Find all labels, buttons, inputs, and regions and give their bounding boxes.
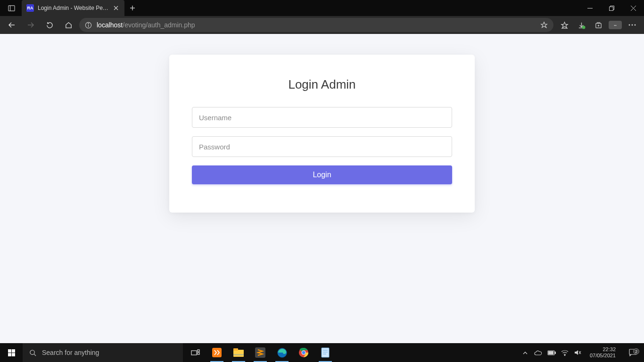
svg-rect-7 bbox=[609, 7, 613, 10]
window-controls bbox=[579, 0, 644, 16]
login-title: Login Admin bbox=[192, 77, 452, 92]
tray-onedrive-icon[interactable] bbox=[534, 350, 543, 355]
taskbar-app-notepad[interactable] bbox=[315, 343, 336, 362]
tab-title: Login Admin - Website Pemilihan bbox=[38, 5, 108, 11]
tray-battery-icon[interactable] bbox=[547, 350, 556, 355]
svg-rect-37 bbox=[233, 354, 244, 355]
task-view-button[interactable] bbox=[185, 343, 206, 362]
tray-date: 07/05/2021 bbox=[590, 353, 616, 359]
address-bar[interactable]: localhost/evoting/auth_admin.php bbox=[79, 18, 553, 32]
svg-point-26 bbox=[629, 25, 630, 26]
password-input[interactable] bbox=[192, 136, 452, 157]
collections-button[interactable] bbox=[590, 18, 606, 32]
tray-wifi-icon[interactable] bbox=[561, 350, 569, 356]
taskbar-search-placeholder: Search for anything bbox=[42, 349, 99, 356]
svg-rect-35 bbox=[233, 350, 244, 357]
browser-chrome: RA Login Admin - Website Pemilihan bbox=[0, 0, 644, 34]
svg-rect-44 bbox=[322, 348, 329, 357]
address-host: localhost bbox=[97, 21, 123, 29]
toolbar-right: •• bbox=[556, 18, 640, 32]
windows-logo-icon bbox=[8, 349, 15, 356]
svg-rect-36 bbox=[233, 348, 238, 351]
tab-actions-button[interactable] bbox=[3, 0, 20, 16]
site-info-icon[interactable] bbox=[85, 22, 92, 29]
svg-rect-0 bbox=[8, 5, 14, 10]
taskbar-app-xampp[interactable] bbox=[206, 343, 227, 362]
svg-marker-15 bbox=[541, 22, 547, 28]
svg-rect-50 bbox=[548, 351, 553, 354]
svg-line-30 bbox=[34, 354, 36, 356]
tab-favicon: RA bbox=[26, 4, 34, 12]
svg-marker-17 bbox=[561, 22, 567, 27]
svg-point-51 bbox=[564, 355, 565, 356]
taskbar-search[interactable]: Search for anything bbox=[23, 343, 183, 362]
back-button[interactable] bbox=[4, 18, 20, 32]
reload-button[interactable] bbox=[41, 18, 58, 32]
taskbar-app-explorer[interactable] bbox=[228, 343, 249, 362]
tracking-prevention-icon[interactable] bbox=[540, 21, 548, 29]
window-maximize-button[interactable] bbox=[601, 0, 622, 16]
address-text: localhost/evoting/auth_admin.php bbox=[97, 21, 195, 29]
window-close-button[interactable] bbox=[622, 0, 644, 16]
downloads-button[interactable] bbox=[573, 18, 589, 32]
windows-taskbar: Search for anything bbox=[0, 343, 644, 362]
notification-badge: 2 bbox=[633, 348, 639, 354]
login-card: Login Admin Login bbox=[169, 55, 475, 213]
taskbar-app-edge[interactable] bbox=[272, 343, 292, 362]
system-tray: 22:32 07/05/2021 2 bbox=[521, 343, 644, 362]
tray-time: 22:32 bbox=[590, 346, 616, 353]
svg-point-43 bbox=[302, 351, 305, 354]
action-center-button[interactable]: 2 bbox=[623, 349, 642, 356]
browser-toolbar: localhost/evoting/auth_admin.php •• bbox=[0, 16, 644, 34]
taskbar-pinned bbox=[185, 343, 336, 362]
tab-strip: RA Login Admin - Website Pemilihan bbox=[0, 0, 644, 16]
browser-tab[interactable]: RA Login Admin - Website Pemilihan bbox=[22, 0, 124, 16]
menu-button[interactable] bbox=[624, 18, 640, 32]
profile-button[interactable]: •• bbox=[607, 18, 623, 32]
page-viewport: Login Admin Login bbox=[0, 34, 644, 343]
tray-clock[interactable]: 22:32 07/05/2021 bbox=[587, 346, 619, 359]
taskbar-app-sublime[interactable] bbox=[250, 343, 271, 362]
svg-rect-33 bbox=[198, 353, 199, 354]
address-path: /evoting/auth_admin.php bbox=[123, 21, 195, 29]
tab-close-button[interactable] bbox=[112, 4, 120, 12]
start-button[interactable] bbox=[0, 343, 23, 362]
svg-point-14 bbox=[88, 23, 89, 24]
svg-rect-31 bbox=[191, 351, 197, 355]
svg-point-29 bbox=[30, 350, 34, 354]
svg-point-28 bbox=[635, 25, 636, 26]
favorites-button[interactable] bbox=[556, 18, 572, 32]
username-input[interactable] bbox=[192, 107, 452, 128]
login-button[interactable]: Login bbox=[192, 165, 452, 184]
svg-rect-49 bbox=[555, 352, 556, 354]
tray-volume-icon[interactable] bbox=[574, 349, 582, 356]
window-minimize-button[interactable] bbox=[579, 0, 601, 16]
search-icon bbox=[29, 349, 36, 356]
home-button[interactable] bbox=[60, 18, 76, 32]
svg-point-27 bbox=[632, 25, 633, 26]
tray-overflow-button[interactable] bbox=[521, 351, 529, 354]
new-tab-button[interactable] bbox=[124, 0, 140, 16]
svg-rect-32 bbox=[198, 350, 199, 352]
forward-button[interactable] bbox=[23, 18, 39, 32]
svg-line-16 bbox=[546, 27, 547, 28]
taskbar-app-chrome[interactable] bbox=[293, 343, 314, 362]
svg-point-21 bbox=[582, 26, 586, 29]
